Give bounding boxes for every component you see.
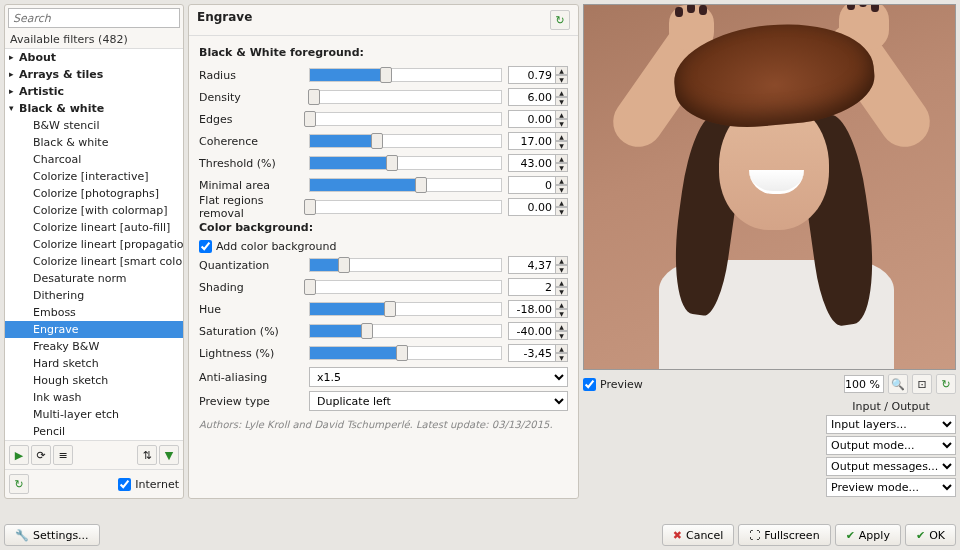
collapse-icon[interactable]: ▼ xyxy=(159,445,179,465)
filter-item[interactable]: Colorize lineart [auto-fill] xyxy=(5,219,183,236)
filter-item[interactable]: Hard sketch xyxy=(5,355,183,372)
settings-button[interactable]: 🔧 Settings... xyxy=(4,524,100,546)
io-select[interactable]: Output messages... xyxy=(826,457,956,476)
param-spinbox[interactable]: ▲▼ xyxy=(508,132,568,150)
filter-item[interactable]: Colorize lineart [smart coloring] xyxy=(5,253,183,270)
param-slider[interactable] xyxy=(309,68,502,82)
category-artistic[interactable]: Artistic xyxy=(5,83,183,100)
filter-item[interactable]: Colorize lineart [propagation] xyxy=(5,236,183,253)
preview-refresh-icon[interactable]: ↻ xyxy=(936,374,956,394)
param-spinbox[interactable]: ▲▼ xyxy=(508,322,568,340)
spin-down-icon[interactable]: ▼ xyxy=(556,141,568,150)
param-spinbox[interactable]: ▲▼ xyxy=(508,176,568,194)
io-select[interactable]: Input layers... xyxy=(826,415,956,434)
filter-item[interactable]: Pencil xyxy=(5,423,183,440)
spin-up-icon[interactable]: ▲ xyxy=(556,344,568,353)
expand-icon[interactable]: ⇅ xyxy=(137,445,157,465)
zoom-fit-icon[interactable]: 🔍 xyxy=(888,374,908,394)
zoom-input[interactable] xyxy=(844,375,884,393)
param-spinbox[interactable]: ▲▼ xyxy=(508,198,568,216)
filter-item[interactable]: Desaturate norm xyxy=(5,270,183,287)
add-bg-checkbox[interactable]: Add color background xyxy=(199,240,568,253)
param-spinbox[interactable]: ▲▼ xyxy=(508,110,568,128)
fullscreen-button[interactable]: ⛶Fullscreen xyxy=(738,524,830,546)
param-spinbox[interactable]: ▲▼ xyxy=(508,88,568,106)
internet-checkbox[interactable]: Internet xyxy=(118,478,179,491)
apply-button[interactable]: ✔Apply xyxy=(835,524,901,546)
spin-up-icon[interactable]: ▲ xyxy=(556,88,568,97)
zoom-reset-icon[interactable]: ⊡ xyxy=(912,374,932,394)
io-select[interactable]: Preview mode... xyxy=(826,478,956,497)
filter-item[interactable]: Black & white xyxy=(5,134,183,151)
filter-item[interactable]: Hough sketch xyxy=(5,372,183,389)
spin-down-icon[interactable]: ▼ xyxy=(556,309,568,318)
spin-up-icon[interactable]: ▲ xyxy=(556,176,568,185)
param-slider[interactable] xyxy=(309,156,502,170)
param-slider[interactable] xyxy=(309,178,502,192)
preview-checkbox[interactable]: Preview xyxy=(583,378,643,391)
param-slider[interactable] xyxy=(309,302,502,316)
param-spinbox[interactable]: ▲▼ xyxy=(508,300,568,318)
spin-up-icon[interactable]: ▲ xyxy=(556,256,568,265)
add-bg-label: Add color background xyxy=(216,240,336,253)
spin-up-icon[interactable]: ▲ xyxy=(556,132,568,141)
add-filter-icon[interactable]: ▶ xyxy=(9,445,29,465)
filter-item[interactable]: Colorize [interactive] xyxy=(5,168,183,185)
spin-down-icon[interactable]: ▼ xyxy=(556,207,568,216)
spin-down-icon[interactable]: ▼ xyxy=(556,331,568,340)
filter-item[interactable]: Charcoal xyxy=(5,151,183,168)
aa-select[interactable]: x1.5 xyxy=(309,367,568,387)
spin-up-icon[interactable]: ▲ xyxy=(556,322,568,331)
spin-down-icon[interactable]: ▼ xyxy=(556,185,568,194)
ok-button[interactable]: ✔OK xyxy=(905,524,956,546)
spin-down-icon[interactable]: ▼ xyxy=(556,119,568,128)
category-about[interactable]: About xyxy=(5,49,183,66)
refresh-params-icon[interactable]: ↻ xyxy=(550,10,570,30)
param-slider[interactable] xyxy=(309,258,502,272)
filter-item[interactable]: Dithering xyxy=(5,287,183,304)
category-black-white[interactable]: Black & white xyxy=(5,100,183,117)
update-sources-icon[interactable]: ↻ xyxy=(9,474,29,494)
io-select[interactable]: Output mode... xyxy=(826,436,956,455)
spin-down-icon[interactable]: ▼ xyxy=(556,97,568,106)
param-spinbox[interactable]: ▲▼ xyxy=(508,66,568,84)
param-spinbox[interactable]: ▲▼ xyxy=(508,256,568,274)
filter-item[interactable]: Colorize [with colormap] xyxy=(5,202,183,219)
spin-down-icon[interactable]: ▼ xyxy=(556,287,568,296)
param-slider[interactable] xyxy=(309,90,502,104)
param-slider[interactable] xyxy=(309,324,502,338)
filter-item[interactable]: Multi-layer etch xyxy=(5,406,183,423)
spin-up-icon[interactable]: ▲ xyxy=(556,66,568,75)
param-slider[interactable] xyxy=(309,112,502,126)
param-spinbox[interactable]: ▲▼ xyxy=(508,154,568,172)
param-slider[interactable] xyxy=(309,134,502,148)
param-slider[interactable] xyxy=(309,280,502,294)
filter-item[interactable]: Freaky B&W xyxy=(5,338,183,355)
param-spinbox[interactable]: ▲▼ xyxy=(508,344,568,362)
filter-item[interactable]: Engrave xyxy=(5,321,183,338)
spin-down-icon[interactable]: ▼ xyxy=(556,163,568,172)
filter-tree[interactable]: AboutArrays & tilesArtisticBlack & white… xyxy=(5,48,183,441)
spin-up-icon[interactable]: ▲ xyxy=(556,300,568,309)
spin-down-icon[interactable]: ▼ xyxy=(556,75,568,84)
spin-up-icon[interactable]: ▲ xyxy=(556,278,568,287)
filter-item[interactable]: Colorize [photographs] xyxy=(5,185,183,202)
filter-item[interactable]: Ink wash xyxy=(5,389,183,406)
search-input[interactable] xyxy=(8,8,180,28)
tree-btn-icon[interactable]: ≡ xyxy=(53,445,73,465)
preview-type-select[interactable]: Duplicate left xyxy=(309,391,568,411)
spin-down-icon[interactable]: ▼ xyxy=(556,353,568,362)
spin-up-icon[interactable]: ▲ xyxy=(556,110,568,119)
cancel-button[interactable]: ✖Cancel xyxy=(662,524,734,546)
refresh-tree-icon[interactable]: ⟳ xyxy=(31,445,51,465)
spin-up-icon[interactable]: ▲ xyxy=(556,154,568,163)
category-arrays-tiles[interactable]: Arrays & tiles xyxy=(5,66,183,83)
param-slider[interactable] xyxy=(309,346,502,360)
preview-image[interactable] xyxy=(583,4,956,370)
filter-item[interactable]: B&W stencil xyxy=(5,117,183,134)
filter-item[interactable]: Emboss xyxy=(5,304,183,321)
param-slider[interactable] xyxy=(309,200,502,214)
spin-down-icon[interactable]: ▼ xyxy=(556,265,568,274)
param-spinbox[interactable]: ▲▼ xyxy=(508,278,568,296)
spin-up-icon[interactable]: ▲ xyxy=(556,198,568,207)
